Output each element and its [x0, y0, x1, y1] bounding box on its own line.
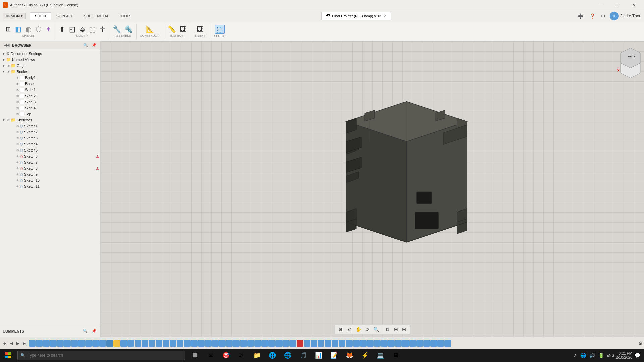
timeline-icon-3[interactable]	[43, 340, 50, 347]
side3-eye-icon[interactable]: 👁	[15, 100, 20, 104]
sketch3-eye-icon[interactable]: 👁	[15, 136, 20, 140]
settings-button[interactable]: ⚙	[599, 13, 607, 19]
nav-display-btn[interactable]: 🖥	[384, 326, 392, 333]
close-button[interactable]: ✕	[626, 0, 641, 10]
fillet-button[interactable]: ◱	[67, 25, 77, 33]
sketch8-eye-icon[interactable]: 👁	[15, 166, 20, 171]
timeline-icon-47[interactable]	[353, 340, 360, 347]
timeline-icon-42[interactable]	[318, 340, 324, 347]
task-view-button[interactable]	[188, 349, 203, 362]
file-tab[interactable]: 🗗 Final Project (RGB lamp) v10* ✕	[321, 12, 391, 20]
taskbar-app3-icon[interactable]: 💻	[373, 349, 388, 362]
battery-icon[interactable]: 🔋	[597, 353, 605, 358]
timeline-icon-37[interactable]	[282, 340, 289, 347]
timeline-icon-43[interactable]	[325, 340, 331, 347]
taskbar-spotify-icon[interactable]: 🎵	[296, 349, 311, 362]
file-tab-close-icon[interactable]: ✕	[384, 14, 387, 18]
sketch2-eye-icon[interactable]: 👁	[15, 130, 20, 134]
nav-grid2-btn[interactable]: ⊟	[400, 326, 408, 333]
timeline-icon-28[interactable]	[219, 340, 226, 347]
timeline-icon-41[interactable]	[311, 340, 317, 347]
sketch9-eye-icon[interactable]: 👁	[15, 172, 20, 177]
assemble-btn1[interactable]: 🔧	[111, 25, 122, 33]
expand-named-views[interactable]: ▶	[1, 57, 6, 62]
timeline-icon-33[interactable]	[254, 340, 261, 347]
tree-item-sketch9[interactable]: 👁 ⬡ Sketch9	[0, 171, 100, 177]
view-cube[interactable]: X Z BACK	[614, 45, 641, 71]
tree-item-sketch8[interactable]: 👁 ⬡ Sketch8 ⚠	[0, 165, 100, 171]
timeline-icon-21[interactable]	[170, 340, 176, 347]
timeline-icon-10[interactable]	[92, 340, 99, 347]
tab-tools[interactable]: TOOLS	[114, 12, 137, 20]
timeline-icon-2[interactable]	[36, 340, 43, 347]
maximize-button[interactable]: □	[610, 0, 625, 10]
tab-surface[interactable]: SURFACE	[51, 12, 79, 20]
timeline-icon-36[interactable]	[275, 340, 282, 347]
taskbar-edge-icon[interactable]: 🌐	[265, 349, 280, 362]
body1-eye-icon[interactable]: 👁	[15, 75, 20, 80]
timeline-icon-55[interactable]	[409, 340, 416, 347]
top-checkbox[interactable]	[20, 112, 24, 116]
side2-eye-icon[interactable]: 👁	[15, 94, 20, 98]
timeline-icon-58[interactable]	[430, 340, 437, 347]
browser-search-button[interactable]: 🔍	[82, 43, 89, 48]
inspect-btn1[interactable]: 📏	[166, 25, 177, 33]
side3-checkbox[interactable]	[20, 100, 24, 104]
timeline-icon-15[interactable]	[127, 340, 134, 347]
tree-item-sketch3[interactable]: 👁 ⬡ Sketch3	[0, 135, 100, 141]
tree-item-sketch4[interactable]: 👁 ⬡ Sketch4	[0, 141, 100, 147]
tree-item-base[interactable]: 👁 Base	[0, 81, 100, 87]
timeline-icon-18[interactable]	[149, 340, 155, 347]
shell-button[interactable]: ⬚	[88, 25, 97, 33]
timeline-icon-7[interactable]	[71, 340, 78, 347]
tree-item-doc-settings[interactable]: ▶ ⚙ Document Settings	[0, 51, 100, 57]
expand-sketches[interactable]: ▼	[1, 118, 6, 122]
timeline-icon-32[interactable]	[247, 340, 254, 347]
select-btn1[interactable]: ⬚	[215, 25, 225, 34]
timeline-icon-38[interactable]	[289, 340, 296, 347]
timeline-icon-19[interactable]	[156, 340, 162, 347]
tree-item-sketch2[interactable]: 👁 ⬡ Sketch2	[0, 129, 100, 135]
base-eye-icon[interactable]: 👁	[15, 81, 20, 86]
sketch6-eye-icon[interactable]: 👁	[15, 154, 20, 159]
loft-button[interactable]: ✦	[44, 25, 53, 33]
base-checkbox[interactable]	[20, 82, 24, 86]
minimize-button[interactable]: ─	[594, 0, 609, 10]
timeline-icon-9[interactable]	[85, 340, 92, 347]
timeline-icon-13[interactable]	[113, 340, 120, 347]
taskbar-search-bar[interactable]: 🔍	[17, 351, 185, 360]
taskbar-office-icon[interactable]: 📊	[311, 349, 326, 362]
sketch11-eye-icon[interactable]: 👁	[15, 184, 20, 189]
timeline-icon-39[interactable]	[297, 340, 303, 347]
tree-item-side2[interactable]: 👁 Side 2	[0, 93, 100, 99]
comments-add-button[interactable]: 🔍	[82, 328, 89, 334]
side4-checkbox[interactable]	[20, 106, 24, 110]
timeline-icon-23[interactable]	[184, 340, 191, 347]
taskbar-store-icon[interactable]: 🛍	[234, 349, 249, 362]
nav-snap-btn[interactable]: ⊕	[337, 326, 344, 333]
timeline-icon-22[interactable]	[177, 340, 183, 347]
taskbar-app4-icon[interactable]: 🖥	[388, 349, 403, 362]
timeline-icon-27[interactable]	[212, 340, 219, 347]
taskbar-folder-icon[interactable]: 📁	[250, 349, 264, 362]
clock[interactable]: 3:21 PM 2/10/2020	[616, 351, 632, 359]
timeline-icon-40[interactable]	[304, 340, 310, 347]
timeline-icon-52[interactable]	[388, 340, 395, 347]
press-pull-button[interactable]: ⬆	[57, 25, 67, 33]
tree-item-sketch1[interactable]: 👁 ⬡ Sketch1	[0, 123, 100, 129]
body1-checkbox[interactable]	[20, 76, 24, 80]
timeline-icon-45[interactable]	[339, 340, 345, 347]
timeline-start-btn[interactable]: ⏮	[1, 340, 8, 346]
timeline-icon-11[interactable]	[99, 340, 106, 347]
tree-item-sketch11[interactable]: 👁 ⬡ Sketch11	[0, 183, 100, 189]
timeline-icon-31[interactable]	[240, 340, 247, 347]
tree-item-sketch6[interactable]: 👁 ⬡ Sketch6 ⚠	[0, 153, 100, 159]
taskbar-arduino-icon[interactable]: ⚡	[358, 349, 372, 362]
timeline-icon-1[interactable]	[29, 340, 36, 347]
nav-pan-btn[interactable]: ✋	[354, 326, 363, 333]
design-dropdown-button[interactable]: DESIGN ▾	[3, 13, 26, 19]
sketch5-eye-icon[interactable]: 👁	[15, 148, 20, 153]
timeline-icon-29[interactable]	[226, 340, 233, 347]
nav-zoom-btn[interactable]: 🔍	[372, 326, 381, 333]
taskbar-email-icon[interactable]: ✉	[203, 349, 218, 362]
